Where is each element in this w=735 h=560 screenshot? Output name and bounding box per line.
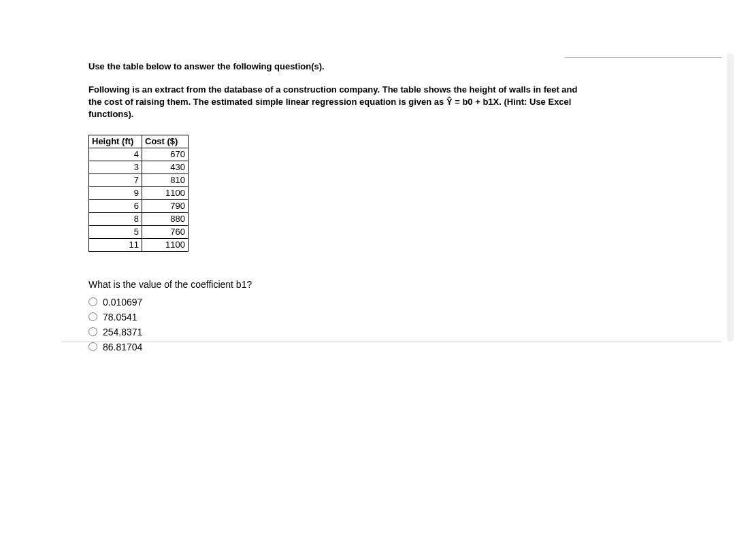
cell-height: 5 <box>89 225 142 238</box>
table-row: 3 430 <box>89 161 189 174</box>
decorative-line <box>565 57 721 58</box>
cell-cost: 790 <box>142 199 189 212</box>
table-row: 11 1100 <box>89 238 189 251</box>
option-label: 78.0541 <box>103 312 137 323</box>
answer-options: 0.010697 78.0541 254.8371 86.81704 <box>88 297 735 352</box>
cell-cost: 1100 <box>142 186 189 199</box>
cell-height: 4 <box>89 148 142 161</box>
cell-cost: 760 <box>142 225 189 238</box>
option-radio-4[interactable] <box>88 342 97 351</box>
cell-height: 8 <box>89 212 142 225</box>
cell-height: 11 <box>89 238 142 251</box>
cell-height: 7 <box>89 174 142 186</box>
table-row: 8 880 <box>89 212 189 225</box>
table-header-row: Height (ft) Cost ($) <box>89 135 189 148</box>
cell-cost: 810 <box>142 174 189 186</box>
scrollbar[interactable] <box>727 53 734 342</box>
table-row: 5 760 <box>89 225 189 238</box>
option-label: 86.81704 <box>103 342 142 352</box>
option-label: 0.010697 <box>103 297 142 308</box>
option-radio-2[interactable] <box>88 312 97 321</box>
option-item: 86.81704 <box>88 342 735 352</box>
cell-cost: 880 <box>142 212 189 225</box>
cell-cost: 1100 <box>142 238 189 251</box>
data-table: Height (ft) Cost ($) 4 670 3 430 7 810 9… <box>88 135 189 252</box>
cell-cost: 430 <box>142 161 189 174</box>
question-text: What is the value of the coefficient b1? <box>88 279 735 290</box>
table-row: 6 790 <box>89 199 189 212</box>
option-radio-1[interactable] <box>88 297 97 306</box>
description-text: Following is an extract from the databas… <box>88 84 592 121</box>
divider-line <box>61 342 721 342</box>
table-row: 4 670 <box>89 148 189 161</box>
cell-cost: 670 <box>142 148 189 161</box>
option-item: 78.0541 <box>88 312 735 323</box>
table-row: 9 1100 <box>89 186 189 199</box>
cell-height: 6 <box>89 199 142 212</box>
header-height: Height (ft) <box>89 135 142 148</box>
cell-height: 3 <box>89 161 142 174</box>
option-label: 254.8371 <box>103 327 142 337</box>
option-item: 0.010697 <box>88 297 735 308</box>
cell-height: 9 <box>89 186 142 199</box>
instruction-text: Use the table below to answer the follow… <box>88 61 735 71</box>
table-row: 7 810 <box>89 174 189 186</box>
header-cost: Cost ($) <box>142 135 189 148</box>
option-radio-3[interactable] <box>88 327 97 336</box>
option-item: 254.8371 <box>88 327 735 337</box>
